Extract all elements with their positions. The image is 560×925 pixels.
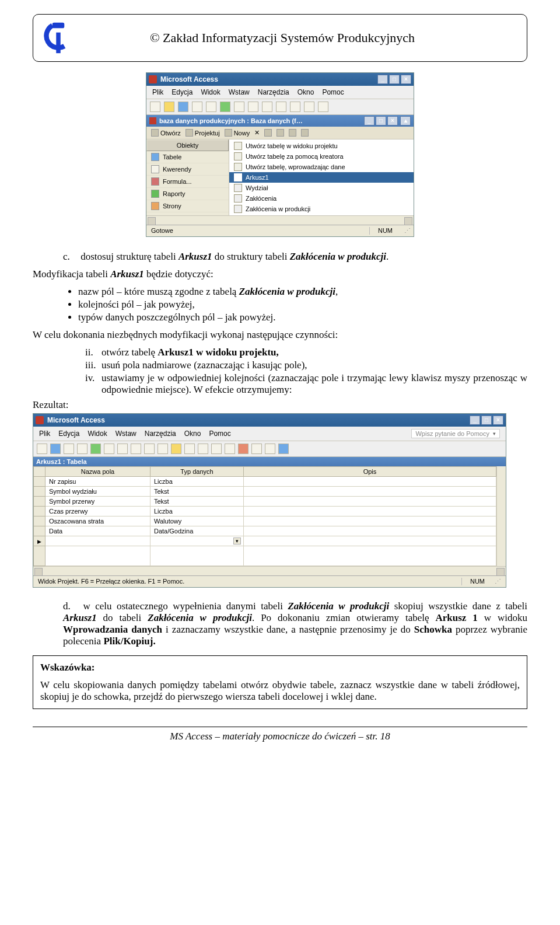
arrow-up-icon[interactable]: ▴ bbox=[400, 116, 411, 125]
db-maximize-button[interactable]: □ bbox=[376, 116, 386, 125]
status-text: Gotowe bbox=[151, 227, 369, 235]
save-icon[interactable] bbox=[178, 102, 188, 112]
menu-wstaw[interactable]: Wstaw bbox=[229, 88, 250, 96]
table-row-empty[interactable] bbox=[34, 546, 496, 566]
object-raporty[interactable]: Raporty bbox=[146, 188, 229, 200]
table-row[interactable]: Czas przerwyLiczba bbox=[34, 507, 496, 516]
insert-row-icon[interactable] bbox=[184, 444, 195, 454]
menu-okno[interactable]: Okno bbox=[298, 88, 314, 96]
minimize-button[interactable]: _ bbox=[470, 416, 480, 425]
design-button[interactable]: Projektuj bbox=[186, 129, 220, 137]
table-row[interactable]: Oszacowana strataWalutowy bbox=[34, 516, 496, 526]
menu-edycja[interactable]: Edycja bbox=[172, 88, 192, 96]
analyze-icon[interactable] bbox=[304, 102, 314, 112]
close-button[interactable]: × bbox=[493, 416, 503, 425]
list-item[interactable]: Zakłócenia bbox=[229, 193, 414, 204]
hint-title: Wskazówka: bbox=[40, 662, 520, 673]
db-minimize-button[interactable]: _ bbox=[364, 116, 374, 125]
horizontal-scrollbar[interactable] bbox=[146, 215, 414, 225]
hint-box: Wskazówka: W celu skopiowania danych pom… bbox=[33, 655, 527, 709]
menu-plik[interactable]: Plik bbox=[39, 430, 50, 438]
maximize-button[interactable]: □ bbox=[481, 416, 492, 425]
menu-widok[interactable]: Widok bbox=[88, 430, 107, 438]
list-item[interactable]: Wydział bbox=[229, 183, 414, 193]
close-button[interactable]: × bbox=[401, 75, 411, 84]
menu-wstaw[interactable]: Wstaw bbox=[116, 430, 136, 438]
props-icon[interactable] bbox=[225, 444, 235, 454]
menu-narzedzia[interactable]: Narzędzia bbox=[145, 430, 176, 438]
db-window-icon[interactable] bbox=[251, 444, 262, 454]
list-item-arkusz1[interactable]: Arkusz1 bbox=[229, 172, 414, 183]
table-row[interactable]: Symbol przerwyTekst bbox=[34, 497, 496, 507]
view-small-icon[interactable] bbox=[276, 129, 284, 137]
maximize-button[interactable]: □ bbox=[389, 75, 400, 84]
new-button[interactable]: Nowy bbox=[225, 129, 250, 137]
menu-pomoc[interactable]: Pomoc bbox=[322, 88, 344, 96]
indexes-icon[interactable] bbox=[211, 444, 222, 454]
new-icon[interactable] bbox=[150, 102, 160, 112]
spell-icon[interactable] bbox=[90, 444, 101, 454]
delete-row-icon[interactable] bbox=[198, 444, 208, 454]
spell-icon[interactable] bbox=[220, 102, 230, 112]
paste-icon[interactable] bbox=[131, 444, 141, 454]
save-icon[interactable] bbox=[50, 444, 61, 454]
list-item[interactable]: Utwórz tabelę, wprowadzając dane bbox=[229, 162, 414, 172]
undo-icon[interactable] bbox=[276, 102, 286, 112]
rel-icon[interactable] bbox=[318, 102, 328, 112]
view-large-icon[interactable] bbox=[264, 129, 272, 137]
view-list-icon[interactable] bbox=[289, 129, 296, 137]
list-item[interactable]: Utwórz tabelę za pomocą kreatora bbox=[229, 151, 414, 162]
list-panel: Utwórz tabelę w widoku projektu Utwórz t… bbox=[229, 139, 414, 215]
help-icon[interactable] bbox=[278, 444, 289, 454]
print-icon[interactable] bbox=[192, 102, 202, 112]
table-row-current[interactable] bbox=[34, 536, 496, 546]
menu-plik[interactable]: Plik bbox=[152, 88, 163, 96]
table-row[interactable]: Nr zapisuLiczba bbox=[34, 477, 496, 487]
resize-grip-icon[interactable]: ⋰ bbox=[493, 578, 501, 585]
build-icon[interactable] bbox=[238, 444, 249, 454]
form-icon bbox=[151, 177, 159, 186]
menu-narzedzia[interactable]: Narzędzia bbox=[258, 88, 289, 96]
db-close-button[interactable]: × bbox=[387, 116, 398, 125]
table-row[interactable]: Symbol wydziałuTekst bbox=[34, 487, 496, 497]
help-search-input[interactable]: Wpisz pytanie do Pomocy bbox=[411, 429, 500, 438]
list-item[interactable]: Utwórz tabelę w widoku projektu bbox=[229, 141, 414, 151]
resize-grip-icon[interactable]: ⋰ bbox=[401, 227, 409, 235]
object-kwerendy[interactable]: Kwerendy bbox=[146, 163, 229, 176]
preview-icon[interactable] bbox=[77, 444, 88, 454]
menu-edycja[interactable]: Edycja bbox=[58, 430, 79, 438]
preview-icon[interactable] bbox=[206, 102, 216, 112]
object-strony[interactable]: Strony bbox=[146, 200, 229, 212]
print-icon[interactable] bbox=[64, 444, 74, 454]
new-obj-icon[interactable] bbox=[265, 444, 275, 454]
object-tabele[interactable]: Tabele bbox=[146, 151, 229, 163]
paste-icon[interactable] bbox=[262, 102, 272, 112]
redo-icon[interactable] bbox=[158, 444, 168, 454]
list-item[interactable]: Zakłócenia w produkcji bbox=[229, 204, 414, 214]
menu-pomoc[interactable]: Pomoc bbox=[209, 430, 230, 438]
object-formularze[interactable]: Formula... bbox=[146, 176, 229, 188]
table-icon bbox=[151, 153, 159, 161]
key-icon[interactable] bbox=[171, 444, 181, 454]
cut-icon[interactable] bbox=[234, 102, 244, 112]
open-button[interactable]: Otwórz bbox=[151, 129, 181, 137]
links-icon[interactable] bbox=[290, 102, 300, 112]
copy-icon[interactable] bbox=[248, 102, 258, 112]
horizontal-scrollbar-2[interactable] bbox=[33, 566, 506, 575]
table-icon bbox=[234, 184, 242, 192]
view-icon[interactable] bbox=[37, 444, 47, 454]
menu-widok[interactable]: Widok bbox=[201, 88, 220, 96]
view-details-icon[interactable] bbox=[301, 129, 309, 137]
minimize-button[interactable]: _ bbox=[377, 75, 388, 84]
query-icon bbox=[151, 165, 159, 173]
menu-okno[interactable]: Okno bbox=[184, 430, 201, 438]
open-icon[interactable] bbox=[164, 102, 174, 112]
footer-rule bbox=[33, 727, 527, 727]
statusbar-1: Gotowe NUM ⋰ bbox=[146, 225, 414, 236]
cut-icon[interactable] bbox=[104, 444, 114, 454]
copy-icon[interactable] bbox=[117, 444, 128, 454]
delete-icon[interactable]: ✕ bbox=[254, 129, 260, 137]
vertical-scrollbar[interactable] bbox=[496, 466, 506, 566]
table-row[interactable]: DataData/Godzina bbox=[34, 526, 496, 536]
undo-icon[interactable] bbox=[144, 444, 155, 454]
